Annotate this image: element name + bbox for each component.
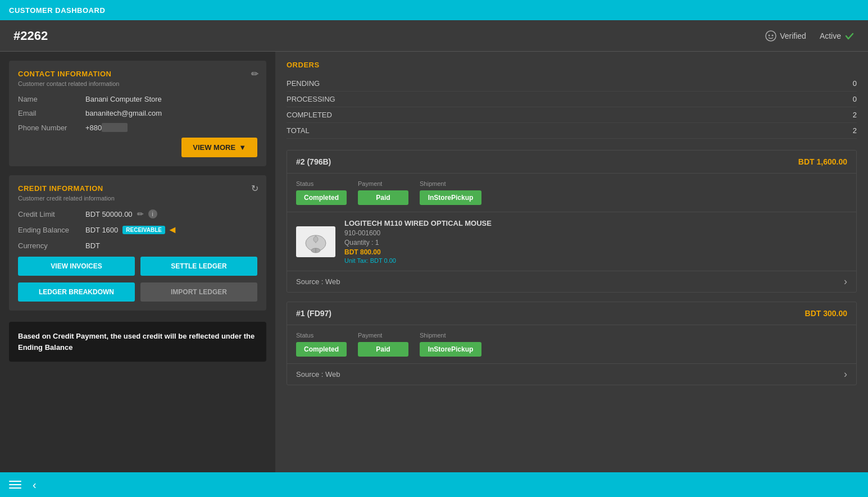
- svg-point-0: [766, 31, 776, 41]
- product-info: LOGITECH M110 WIRED OPTICAL MOUSE 910-00…: [344, 219, 847, 264]
- order-2-payment-badge: Paid: [358, 342, 408, 357]
- right-panel: ORDERS PENDING 0 PROCESSING 0 COMPLETED …: [275, 52, 868, 472]
- verified-label: Verified: [780, 31, 806, 40]
- credit-info-title: CREDIT INFORMATION: [18, 184, 257, 193]
- credit-limit-edit-icon[interactable]: ✏: [137, 209, 144, 218]
- order-2-source-row[interactable]: Source : Web ›: [287, 363, 856, 385]
- contact-info-card: CONTACT INFORMATION Customer contact rel…: [9, 61, 266, 166]
- currency-label: Currency: [18, 241, 85, 250]
- order-1-payment-group: Payment Paid: [358, 180, 408, 205]
- top-bar: CUSTOMER DASHBOARD: [0, 0, 868, 20]
- svg-point-2: [772, 34, 774, 36]
- view-more-button[interactable]: VIEW MORE ▼: [181, 138, 257, 157]
- processing-label: PROCESSING: [287, 92, 813, 107]
- order-1-amount: BDT 1,600.00: [798, 157, 847, 166]
- hamburger-menu-button[interactable]: [9, 481, 21, 489]
- order-2-source-label: Source : Web: [296, 370, 340, 379]
- order-2-shipment-badge: InStorePickup: [420, 342, 481, 357]
- email-label: Email: [18, 109, 85, 117]
- contact-edit-button[interactable]: ✏: [251, 69, 258, 79]
- order-1-shipment-group: Shipment InStorePickup: [420, 180, 481, 205]
- import-ledger-button[interactable]: IMPORT LEDGER: [140, 282, 257, 302]
- order-1-status-group: Status Completed: [296, 180, 347, 205]
- orders-completed-row: COMPLETED 2: [287, 107, 857, 123]
- product-price: BDT 800.00: [344, 248, 847, 256]
- order-2-payment-group: Payment Paid: [358, 332, 408, 357]
- name-label: Name: [18, 95, 85, 103]
- active-label: Active: [820, 31, 841, 40]
- name-row: Name Banani Computer Store: [18, 95, 257, 103]
- order-1-payment-badge: Paid: [358, 190, 408, 205]
- ending-balance-row: Ending Balance BDT 1600 RECEIVABLE ◄: [18, 224, 257, 236]
- phone-label: Phone Number: [18, 124, 85, 132]
- order-2-amount: BDT 300.00: [805, 309, 847, 318]
- order-1-status-row: Status Completed Payment Paid Shipment I…: [287, 174, 856, 212]
- credit-refresh-button[interactable]: ↻: [251, 183, 258, 194]
- view-invoices-button[interactable]: VIEW INVOICES: [18, 257, 135, 276]
- left-panel: CONTACT INFORMATION Customer contact rel…: [0, 52, 275, 472]
- checkmark-icon: [844, 31, 855, 41]
- orders-title: ORDERS: [287, 61, 857, 69]
- chevron-down-icon: ▼: [239, 143, 246, 152]
- ending-balance-value: BDT 1600: [85, 226, 118, 234]
- order-1-shipment-badge: InStorePickup: [420, 190, 481, 205]
- ledger-breakdown-button[interactable]: LEDGER BREAKDOWN: [18, 282, 135, 302]
- order-card-2: #1 (FD97) BDT 300.00 Status Completed Pa…: [287, 302, 857, 385]
- ending-balance-label: Ending Balance: [18, 226, 85, 234]
- credit-info-card: CREDIT INFORMATION Customer credit relat…: [9, 175, 266, 311]
- order-1-status-badge: Completed: [296, 190, 347, 205]
- credit-btn-row-2: LEDGER BREAKDOWN IMPORT LEDGER: [18, 282, 257, 302]
- email-value: bananitech@gmail.com: [85, 109, 162, 117]
- active-status: Active: [820, 31, 855, 41]
- completed-label: COMPLETED: [287, 107, 813, 123]
- order-2-status-row: Status Completed Payment Paid Shipment I…: [287, 325, 856, 363]
- orders-processing-row: PROCESSING 0: [287, 92, 857, 107]
- info-icon[interactable]: i: [148, 209, 157, 218]
- completed-value: 2: [813, 107, 857, 123]
- name-value: Banani Computer Store: [85, 95, 162, 103]
- credit-limit-value: BDT 50000.00: [85, 210, 133, 218]
- order-2-chevron-icon[interactable]: ›: [844, 368, 847, 380]
- product-name: LOGITECH M110 WIRED OPTICAL MOUSE: [344, 219, 847, 227]
- receivable-badge: RECEIVABLE: [122, 226, 165, 234]
- order-2-status-group: Status Completed: [296, 332, 347, 357]
- contact-info-subtitle: Customer contact related information: [18, 80, 257, 87]
- verified-status: Verified: [765, 30, 806, 42]
- processing-value: 0: [813, 92, 857, 107]
- email-row: Email bananitech@gmail.com: [18, 109, 257, 117]
- order-1-chevron-icon[interactable]: ›: [844, 276, 847, 288]
- phone-prefix: +880: [85, 124, 102, 132]
- top-bar-title: CUSTOMER DASHBOARD: [9, 6, 105, 15]
- product-sku: 910-001600: [344, 229, 847, 237]
- order-1-status-label: Status: [296, 180, 347, 187]
- order-1-source-label: Source : Web: [296, 277, 340, 286]
- order-1-product-row: LOGITECH M110 WIRED OPTICAL MOUSE 910-00…: [287, 212, 856, 271]
- order-2-status-badge: Completed: [296, 342, 347, 357]
- order-1-source-row[interactable]: Source : Web ›: [287, 271, 856, 292]
- order-1-shipment-label: Shipment: [420, 180, 481, 187]
- svg-point-1: [769, 34, 770, 36]
- product-image: [296, 226, 335, 257]
- svg-point-5: [313, 236, 318, 242]
- total-label: TOTAL: [287, 123, 813, 139]
- credit-btn-row-1: VIEW INVOICES SETTLE LEDGER: [18, 257, 257, 276]
- pending-value: 0: [813, 76, 857, 92]
- phone-row: Phone Number +880: [18, 123, 257, 132]
- order-1-id: #2 (796B): [296, 157, 331, 166]
- header: #2262 Verified Active: [0, 20, 868, 52]
- mouse-image: [299, 229, 333, 254]
- credit-limit-row: Credit Limit BDT 50000.00 ✏ i: [18, 209, 257, 218]
- settle-ledger-button[interactable]: SETTLE LEDGER: [140, 257, 257, 276]
- orders-total-row: TOTAL 2: [287, 123, 857, 139]
- order-1-payment-label: Payment: [358, 180, 408, 187]
- tooltip-text: Based on Credit Payment, the used credit…: [18, 332, 255, 352]
- phone-number-blurred: [102, 123, 127, 132]
- credit-limit-label: Credit Limit: [18, 210, 85, 218]
- orders-summary-table: PENDING 0 PROCESSING 0 COMPLETED 2 TOTAL…: [287, 76, 857, 139]
- order-2-status-label: Status: [296, 332, 347, 339]
- ham-line-3: [9, 487, 21, 489]
- bottom-bar: ‹: [0, 472, 868, 497]
- order-card-1: #2 (796B) BDT 1,600.00 Status Completed …: [287, 150, 857, 293]
- back-button[interactable]: ‹: [33, 478, 37, 491]
- product-quantity: Quantity : 1: [344, 239, 847, 247]
